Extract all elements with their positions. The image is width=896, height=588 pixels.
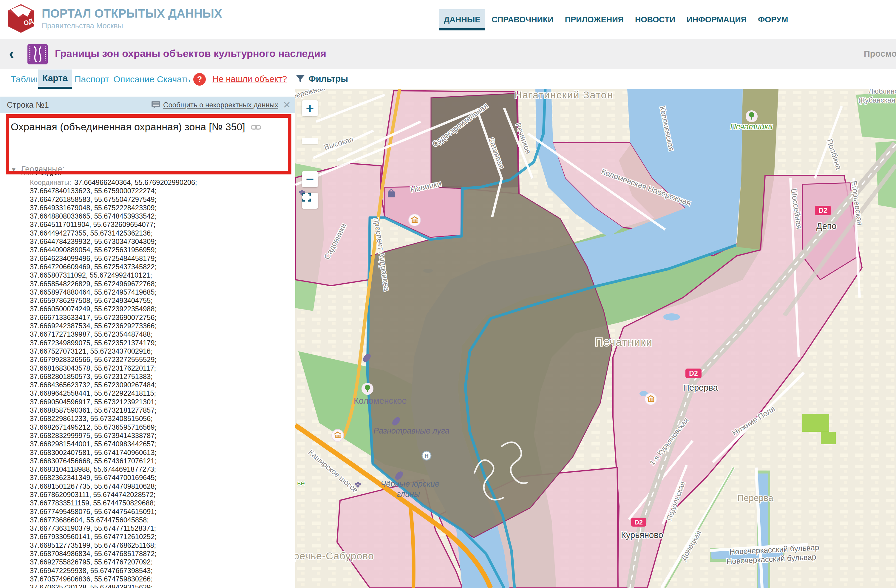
coordinate-line: 37.6681683043578, 55.6723176220117;: [30, 364, 290, 372]
object-title: Охранная (объединенная охранная) зона [№…: [11, 120, 267, 134]
dataset-bar: ‹ Границы зон охраны объектов культурног…: [0, 40, 896, 69]
coordinate-line: 37.670625720128, 55.6748429315629;: [30, 583, 290, 588]
coordinate-line: 37.6647261858583, 55.6755047297549;: [30, 195, 290, 204]
coordinate-line: 37.6679928326566, 55.6723272555529;: [30, 355, 290, 364]
portal-logo[interactable]: ОД ПОРТАЛ ОТКРЫТЫХ ДАННЫХ Правительства …: [6, 4, 222, 34]
coordinate-line: 37.6679330560141, 55.6747712610252;: [30, 533, 290, 541]
nav-item-news[interactable]: НОВОСТИ: [630, 9, 680, 30]
top-header: ОД ПОРТАЛ ОТКРЫТЫХ ДАННЫХ Правительства …: [0, 0, 896, 40]
coordinate-line: 37.6684365623732, 55.6723090267484;: [30, 381, 290, 389]
coordinate-line: 37.6672349899075, 55.6723521374179;: [30, 339, 290, 347]
coordinate-line: 37.6682671495212, 55.6736595716569;: [30, 423, 290, 431]
coordinate-line: 37.6681501267735, 55.6744709810628;: [30, 482, 290, 491]
nav-item-forum[interactable]: ФОРУМ: [753, 9, 793, 30]
coordinate-line: 37.6683104118988, 55.6744691877273;: [30, 465, 290, 474]
nav-item-info[interactable]: ИНФОРМАЦИЯ: [682, 9, 751, 30]
coordinate-line: Координаты:37.664966240364, 55.676920299…: [30, 178, 290, 187]
coordinate-value: 37.664966240364, 55.6769202990206;: [74, 178, 197, 186]
zoom-out-button[interactable]: −: [302, 171, 318, 187]
coordinate-line: 37.66773686604, 55.6744756045858;: [30, 516, 290, 524]
coordinate-line: 37.6658974880464, 55.6724957419685;: [30, 288, 290, 296]
zoom-slider-handle[interactable]: [302, 138, 318, 144]
nature-label: Чёрные юрские: [381, 480, 439, 488]
coordinate-line: 37.6688587590361, 55.6732181277857;: [30, 406, 290, 414]
funnel-icon: [295, 74, 305, 84]
d2-badge: D2: [689, 369, 698, 377]
coordinate-line: 37.664494277355, 55.6731425362136;: [30, 229, 290, 238]
coordinate-line: 37.6647206609469, 55.6725437345822;: [30, 263, 290, 271]
tab-download-label: Скачать: [157, 74, 190, 84]
zoom-in-button[interactable]: +: [302, 100, 318, 116]
coordinate-line: 37.6705749606836, 55.674759830266;: [30, 575, 290, 583]
svg-text:Н: Н: [424, 452, 429, 459]
coordinate-line: 37.6682801850573, 55.672312751383;: [30, 372, 290, 381]
district-label: Перерва: [738, 493, 773, 503]
coordinate-line: 37.6646234099496, 55.6725484458179;: [30, 254, 290, 263]
coordinate-line: 37.6692755826795, 55.674767207092;: [30, 558, 290, 566]
coordinates-label: Координаты:: [30, 178, 71, 186]
coordinate-list: 37.6647840133623, 55.6759000722274;37.66…: [30, 187, 290, 588]
coordinate-line: 37.6677495458076, 55.6744754615091;: [30, 507, 290, 516]
feature-panel: Строка №1 Сообщить о некорректных данных…: [0, 89, 295, 588]
coordinate-line: 37.667527073121, 55.6723437002916;: [30, 347, 290, 355]
coordinates-block: Координаты:37.664966240364, 55.676920299…: [30, 178, 290, 588]
coordinate-line: 37.6687084986834, 55.6747685178872;: [30, 550, 290, 558]
coordinate-line: 37.6647840133623, 55.6759000722274;: [30, 187, 290, 195]
park-label: Коломенское: [354, 396, 407, 405]
d2-badge: D2: [634, 518, 643, 526]
portal-logo-text: ПОРТАЛ ОТКРЫТЫХ ДАННЫХ Правительства Мос…: [42, 7, 222, 30]
coordinate-line: 37.6677363190379, 55.6747711528371;: [30, 524, 290, 533]
close-icon[interactable]: ✕: [283, 100, 291, 110]
map-canvas[interactable]: Н D2 Депо D2 Перерва D2 Курьяново На: [295, 89, 896, 588]
geometry-type-line: Тип: Polygon: [20, 168, 61, 177]
park-label: Печатники: [730, 122, 773, 131]
tab-passport[interactable]: Паспорт: [70, 70, 113, 89]
fullscreen-button[interactable]: [302, 193, 318, 209]
back-button[interactable]: ‹: [9, 46, 14, 61]
views-label: Просмотре: [864, 49, 896, 59]
portal-subtitle: Правительства Москвы: [42, 21, 222, 30]
coordinate-line: 37.669472259938, 55.6747667398543;: [30, 567, 290, 575]
coordinate-line: 37.6669242387534, 55.6723629273366;: [30, 322, 290, 330]
report-bubble-icon: [151, 101, 160, 109]
object-not-found-link[interactable]: Не нашли объект?: [212, 74, 287, 84]
museum-icon: [645, 393, 657, 405]
museum-icon: [332, 430, 344, 441]
coordinate-line: 37.6690504596917, 55.6732123921301;: [30, 398, 290, 406]
tree-icon: [746, 110, 757, 122]
filters-label: Фильтры: [308, 74, 348, 84]
coordinate-line: 37.6649331679048, 55.6752228423309;: [30, 204, 290, 212]
help-icon[interactable]: ?: [193, 73, 206, 85]
dataset-icon: [27, 44, 48, 64]
nature-label: Разнотравные луга: [373, 427, 450, 435]
row-label: Строка №1: [7, 101, 49, 110]
coordinate-line: 37.6660500074249, 55.6723922354988;: [30, 305, 290, 313]
coordinate-line: 37.6658548226829, 55.6724969672768;: [30, 280, 290, 288]
coordinate-line: 37.6683076456668, 55.6743617076121;: [30, 457, 290, 465]
nav-item-reference[interactable]: СПРАВОЧНИКИ: [487, 9, 558, 30]
coordinate-line: 37.6644784239932, 55.6730347304309;: [30, 238, 290, 246]
district-label: Люблино: [869, 89, 896, 95]
helipad-icon: Н: [422, 451, 431, 460]
coordinate-line: 37.6682981544001, 55.6740983442657;: [30, 440, 290, 448]
fullscreen-icon: [302, 193, 311, 201]
station-label: Курьяново: [621, 530, 663, 540]
coordinate-line: 37.6689642558441, 55.6722922418115;: [30, 389, 290, 398]
coordinate-line: 37.6645117011904, 55.6732609654077;: [30, 220, 290, 229]
museum-icon: [408, 214, 421, 226]
tab-map[interactable]: Карта: [38, 70, 72, 89]
coordinate-line: 37.6648808033665, 55.6748453933542;: [30, 212, 290, 220]
station-label: Депо: [816, 221, 837, 231]
nav-item-apps[interactable]: ПРИЛОЖЕНИЯ: [560, 9, 628, 30]
report-incorrect-data-link[interactable]: Сообщить о некорректных данных: [163, 101, 278, 109]
tab-description[interactable]: Описание: [109, 70, 158, 89]
filters-button[interactable]: Фильтры: [295, 74, 348, 84]
portal-title: ПОРТАЛ ОТКРЫТЫХ ДАННЫХ: [42, 7, 222, 20]
district-label: речье-Сабурово: [295, 550, 374, 562]
coordinate-line: 37.668229861233, 55.6732408515056;: [30, 414, 290, 423]
nav-item-data[interactable]: ДАННЫЕ: [439, 9, 485, 30]
park-label: ье: [297, 479, 305, 487]
coordinate-line: 37.6667133633417, 55.6723690072756;: [30, 313, 290, 322]
type-value: Polygon: [35, 168, 61, 176]
link-icon[interactable]: [251, 124, 261, 131]
